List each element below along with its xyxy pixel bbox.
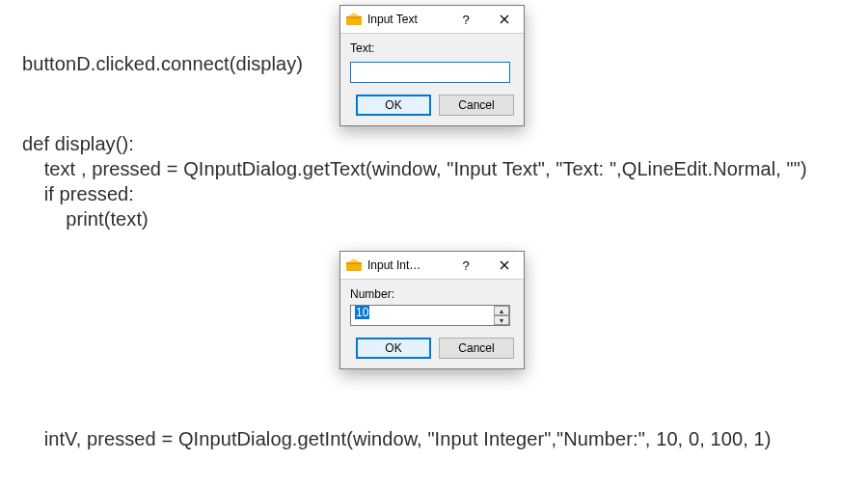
code-line-5: print(text): [22, 208, 149, 230]
close-icon: [500, 14, 509, 24]
code-line-1: buttonD.clicked.connect(display): [22, 53, 303, 75]
svg-rect-3: [346, 262, 362, 264]
chevron-down-icon: ▼: [499, 317, 505, 324]
ok-button[interactable]: OK: [356, 338, 431, 359]
app-icon: [346, 12, 362, 27]
close-button[interactable]: [485, 252, 524, 279]
help-button[interactable]: ?: [447, 6, 485, 33]
qinputdialog-text: Input Text ? Text: OK Cancel: [339, 5, 525, 126]
app-icon: [346, 258, 362, 273]
dialog-title: Input Text: [367, 13, 418, 26]
cancel-button[interactable]: Cancel: [439, 338, 514, 359]
spin-down-button[interactable]: ▼: [494, 315, 509, 325]
code-line-6: intV, pressed = QInputDialog.getInt(wind…: [22, 428, 771, 450]
code-line-4: if pressed:: [22, 183, 134, 205]
code-line-3: text , pressed = QInputDialog.getText(wi…: [22, 158, 807, 180]
close-icon: [500, 260, 509, 270]
dialog-title: Input Int…: [367, 258, 420, 272]
field-label: Number:: [350, 287, 514, 301]
close-button[interactable]: [485, 6, 524, 33]
number-input[interactable]: 10: [350, 305, 510, 326]
number-value: 10: [355, 306, 369, 319]
svg-rect-1: [346, 16, 362, 18]
titlebar[interactable]: Input Int… ?: [340, 252, 524, 280]
cancel-button[interactable]: Cancel: [439, 95, 514, 116]
field-label: Text:: [350, 41, 514, 55]
code-line-2: def display():: [22, 133, 134, 155]
help-button[interactable]: ?: [447, 252, 485, 279]
text-input[interactable]: [350, 62, 510, 83]
number-spinbox[interactable]: 10 ▲ ▼: [350, 305, 510, 326]
chevron-up-icon: ▲: [499, 308, 505, 314]
ok-button[interactable]: OK: [356, 95, 431, 116]
titlebar[interactable]: Input Text ?: [340, 6, 524, 34]
spin-up-button[interactable]: ▲: [494, 306, 509, 315]
qinputdialog-int: Input Int… ? Number: 10 ▲ ▼ OK Cancel: [339, 251, 525, 369]
